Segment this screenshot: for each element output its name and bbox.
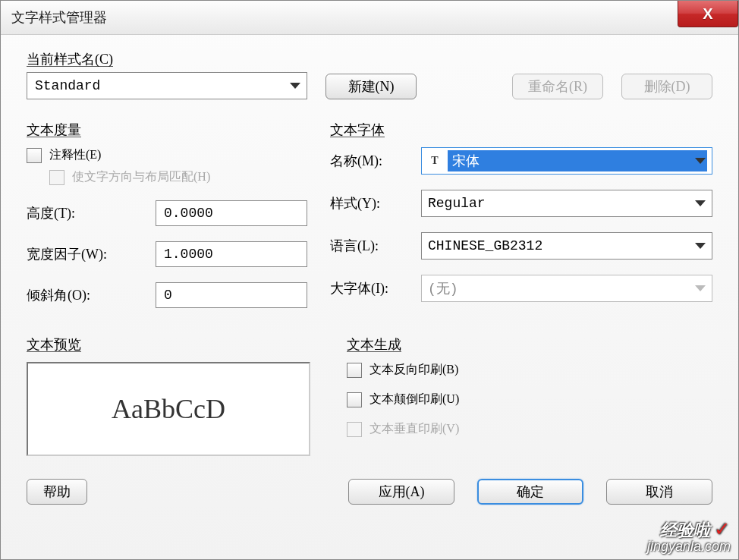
font-name-value: 宋体 [448, 150, 707, 171]
font-language-label: 语言(L): [330, 237, 421, 255]
oblique-label: 倾斜角(O): [27, 286, 156, 304]
font-language-row: 语言(L): CHINESE_GB2312 [330, 232, 712, 260]
upsidedown-row[interactable]: 文本颠倒印刷(U) [347, 392, 712, 407]
watermark: 经验啦 ✓ jingyanla.com [647, 518, 731, 555]
width-factor-input[interactable]: 1.0000 [156, 241, 307, 267]
text-measure-label: 文本度量 [27, 122, 307, 138]
font-language-value: CHINESE_GB2312 [428, 238, 542, 253]
text-generation-group: 文本生成 文本反向印刷(B) 文本颠倒印刷(U) 文本垂直印刷(V) [347, 337, 712, 456]
rename-button: 重命名(R) [512, 74, 603, 99]
big-font-value: (无) [428, 279, 458, 297]
current-style-value: Standard [35, 78, 100, 93]
height-label: 高度(T): [27, 204, 156, 222]
truetype-icon: T [426, 155, 443, 167]
font-name-row: 名称(M): T 宋体 [330, 147, 712, 175]
text-font-label: 文本字体 [330, 122, 712, 138]
current-style-col: 当前样式名(C) Standard [27, 52, 307, 99]
font-style-value: Regular [428, 196, 486, 211]
font-name-combo[interactable]: T 宋体 [421, 147, 712, 175]
preview-sample: AaBbCcD [112, 393, 225, 425]
text-measure-label-text: 文本度量 [27, 123, 81, 137]
preview-label-text: 文本预览 [27, 338, 81, 352]
chevron-down-icon [695, 158, 706, 164]
help-button[interactable]: 帮助 [27, 479, 87, 505]
preview-group: 文本预览 AaBbCcD [27, 337, 310, 456]
font-style-combo[interactable]: Regular [421, 190, 712, 217]
annotative-checkbox[interactable] [27, 148, 42, 163]
text-font-label-text: 文本字体 [330, 123, 385, 137]
font-style-label: 样式(Y): [330, 194, 421, 212]
close-button[interactable]: X [678, 1, 738, 27]
match-orientation-checkbox [49, 170, 64, 185]
match-orientation-label: 使文字方向与布局匹配(H) [72, 169, 210, 185]
content-area: 当前样式名(C) Standard 新建(N) 重命名(R) 删除(D) 文本度… [1, 35, 738, 515]
backwards-label: 文本反向印刷(B) [370, 362, 458, 378]
vertical-row: 文本垂直印刷(V) [347, 421, 712, 437]
vertical-checkbox [347, 422, 362, 437]
annotative-row[interactable]: 注释性(E) [27, 147, 307, 163]
chevron-down-icon [695, 285, 706, 291]
close-icon: X [703, 5, 712, 23]
backwards-checkbox[interactable] [347, 363, 362, 378]
oblique-row: 倾斜角(O): 0 [27, 282, 307, 308]
width-factor-row: 宽度因子(W): 1.0000 [27, 241, 307, 267]
new-button[interactable]: 新建(N) [325, 74, 417, 99]
window-title: 文字样式管理器 [11, 8, 107, 27]
cancel-button[interactable]: 取消 [606, 479, 712, 505]
delete-button: 删除(D) [621, 74, 712, 99]
match-orientation-row: 使文字方向与布局匹配(H) [49, 169, 307, 185]
height-input[interactable]: 0.0000 [156, 200, 307, 226]
width-factor-label: 宽度因子(W): [27, 245, 156, 263]
upsidedown-label: 文本颠倒印刷(U) [370, 392, 459, 407]
vertical-label: 文本垂直印刷(V) [370, 421, 459, 437]
top-row: 当前样式名(C) Standard 新建(N) 重命名(R) 删除(D) [27, 52, 712, 99]
ok-button[interactable]: 确定 [477, 479, 583, 505]
text-generation-label-text: 文本生成 [347, 338, 401, 352]
apply-button[interactable]: 应用(A) [348, 479, 454, 505]
big-font-label: 大字体(I): [330, 279, 421, 297]
big-font-combo: (无) [421, 275, 712, 302]
backwards-row[interactable]: 文本反向印刷(B) [347, 362, 712, 378]
upsidedown-checkbox[interactable] [347, 392, 362, 407]
font-name-label: 名称(M): [330, 152, 421, 170]
text-font-group: 文本字体 名称(M): T 宋体 样式(Y): Regular [330, 122, 712, 317]
preview-box: AaBbCcD [27, 362, 310, 456]
current-style-label: 当前样式名(C) [27, 52, 307, 68]
watermark-line1: 经验啦 [660, 521, 710, 540]
text-generation-label: 文本生成 [347, 337, 712, 353]
chevron-down-icon [290, 83, 300, 89]
oblique-input[interactable]: 0 [156, 282, 307, 308]
height-row: 高度(T): 0.0000 [27, 200, 307, 226]
current-style-combo[interactable]: Standard [27, 72, 307, 99]
middle-row: 文本度量 注释性(E) 使文字方向与布局匹配(H) 高度(T): 0.0000 … [27, 122, 712, 317]
chevron-down-icon [695, 200, 706, 206]
text-measure-group: 文本度量 注释性(E) 使文字方向与布局匹配(H) 高度(T): 0.0000 … [27, 122, 307, 317]
current-style-label-text: 当前样式名(C) [27, 52, 113, 67]
chevron-down-icon [695, 243, 706, 249]
check-icon: ✓ [714, 518, 731, 540]
annotative-label: 注释性(E) [49, 147, 101, 163]
titlebar: 文字样式管理器 X [1, 1, 738, 35]
big-font-row: 大字体(I): (无) [330, 275, 712, 302]
bottom-row: 帮助 应用(A) 确定 取消 [27, 479, 712, 505]
preview-label: 文本预览 [27, 337, 310, 353]
lower-row: 文本预览 AaBbCcD 文本生成 文本反向印刷(B) 文本颠倒印刷(U) [27, 337, 712, 456]
font-language-combo[interactable]: CHINESE_GB2312 [421, 232, 712, 260]
dialog-window: 文字样式管理器 X 当前样式名(C) Standard 新建(N) 重命名(R)… [0, 0, 739, 560]
watermark-line2: jingyanla.com [647, 540, 731, 555]
font-style-row: 样式(Y): Regular [330, 190, 712, 217]
